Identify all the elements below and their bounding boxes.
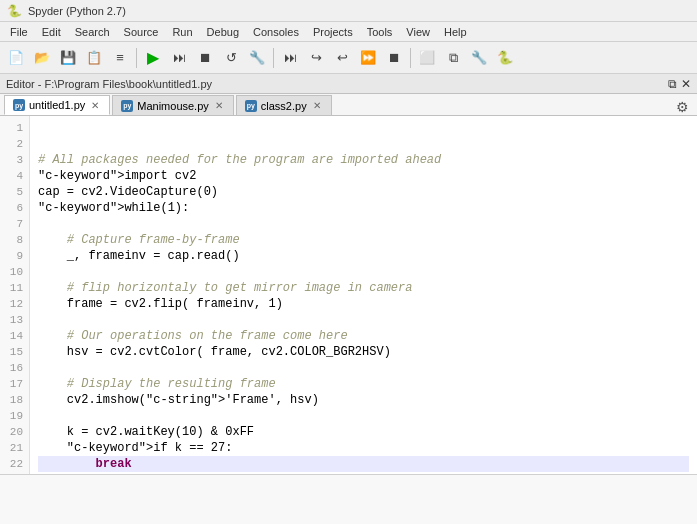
line-num-5: 5 <box>0 184 29 200</box>
editor-area[interactable]: 12345678910111213141516171819202122 # Al… <box>0 116 697 474</box>
tab-icon-class2: py <box>245 100 257 112</box>
line-num-19: 19 <box>0 408 29 424</box>
tab-untitled1[interactable]: pyuntitled1.py✕ <box>4 95 110 115</box>
menu-item-edit[interactable]: Edit <box>36 23 67 41</box>
code-line-6: # Capture frame-by-frame <box>38 232 689 248</box>
save-file-button[interactable]: 💾 <box>56 46 80 70</box>
line-num-9: 9 <box>0 248 29 264</box>
step-into-button[interactable]: ↪ <box>304 46 328 70</box>
step-over-button[interactable]: ⏭ <box>278 46 302 70</box>
toolbar-separator-3 <box>410 48 411 68</box>
code-line-9: # flip horizontaly to get mirror image i… <box>38 280 689 296</box>
tab-icon-manimouse: py <box>121 100 133 112</box>
menu-item-search[interactable]: Search <box>69 23 116 41</box>
line-num-1: 1 <box>0 120 29 136</box>
open-file-button[interactable]: 📂 <box>30 46 54 70</box>
menu-item-view[interactable]: View <box>400 23 436 41</box>
tab-label-untitled1: untitled1.py <box>29 99 85 111</box>
run-selection-button[interactable]: ⏭ <box>167 46 191 70</box>
new-file-button[interactable]: 📄 <box>4 46 28 70</box>
line-num-3: 3 <box>0 152 29 168</box>
line-num-11: 11 <box>0 280 29 296</box>
tab-close-untitled1[interactable]: ✕ <box>89 99 101 111</box>
line-num-22: 22 <box>0 456 29 472</box>
line-num-13: 13 <box>0 312 29 328</box>
tabs-settings-button[interactable]: ⚙ <box>672 99 693 115</box>
restart-button[interactable]: ↺ <box>219 46 243 70</box>
code-line-19: "c-keyword">if k == 27: <box>38 440 689 456</box>
line-numbers: 12345678910111213141516171819202122 <box>0 116 30 474</box>
toolbar-separator-1 <box>136 48 137 68</box>
menu-item-source[interactable]: Source <box>118 23 165 41</box>
menu-item-run[interactable]: Run <box>166 23 198 41</box>
tab-close-class2[interactable]: ✕ <box>311 100 323 112</box>
code-line-11 <box>38 312 689 328</box>
line-num-14: 14 <box>0 328 29 344</box>
debug-stop-button[interactable]: ⏹ <box>193 46 217 70</box>
code-line-18: k = cv2.waitKey(10) & 0xFF <box>38 424 689 440</box>
maximize-button[interactable]: ⬜ <box>415 46 439 70</box>
float-icon[interactable]: ⧉ <box>668 77 677 91</box>
line-num-12: 12 <box>0 296 29 312</box>
menu-item-tools[interactable]: Tools <box>361 23 399 41</box>
code-line-1: # All packages needed for the program ar… <box>38 152 689 168</box>
line-num-6: 6 <box>0 200 29 216</box>
run-button[interactable]: ▶ <box>141 46 165 70</box>
app-title: Spyder (Python 2.7) <box>28 5 126 17</box>
app-icon: 🐍 <box>6 3 22 19</box>
editor-header: Editor - F:\Program Files\book\untitled1… <box>0 74 697 94</box>
code-line-5 <box>38 216 689 232</box>
code-line-15: # Display the resulting frame <box>38 376 689 392</box>
editor-header-controls: ⧉ ✕ <box>668 77 691 91</box>
line-num-2: 2 <box>0 136 29 152</box>
code-line-20: break <box>38 456 689 472</box>
stop-debug-button[interactable]: ⏹ <box>382 46 406 70</box>
bottom-panel <box>0 474 697 524</box>
tools-button[interactable]: 🔧 <box>245 46 269 70</box>
code-line-4: "c-keyword">while(1): <box>38 200 689 216</box>
tab-label-manimouse: Manimouse.py <box>137 100 209 112</box>
line-num-15: 15 <box>0 344 29 360</box>
undock-button[interactable]: ⧉ <box>441 46 465 70</box>
spyder-button[interactable]: 🐍 <box>493 46 517 70</box>
save-all-button[interactable]: 📋 <box>82 46 106 70</box>
title-bar: 🐍 Spyder (Python 2.7) <box>0 0 697 22</box>
step-out-button[interactable]: ↩ <box>330 46 354 70</box>
menu-item-help[interactable]: Help <box>438 23 473 41</box>
code-line-12: # Our operations on the frame come here <box>38 328 689 344</box>
code-line-3: cap = cv2.VideoCapture(0) <box>38 184 689 200</box>
code-line-13: hsv = cv2.cvtColor( frame, cv2.COLOR_BGR… <box>38 344 689 360</box>
tab-manimouse[interactable]: pyManimouse.py✕ <box>112 95 234 115</box>
continue-button[interactable]: ⏩ <box>356 46 380 70</box>
menu-item-consoles[interactable]: Consoles <box>247 23 305 41</box>
code-line-7: _, frameinv = cap.read() <box>38 248 689 264</box>
tab-class2[interactable]: pyclass2.py✕ <box>236 95 332 115</box>
code-line-14 <box>38 360 689 376</box>
toolbar-separator-2 <box>273 48 274 68</box>
line-num-20: 20 <box>0 424 29 440</box>
code-line-17 <box>38 408 689 424</box>
code-line-8 <box>38 264 689 280</box>
editor-header-left: Editor - F:\Program Files\book\untitled1… <box>6 78 212 90</box>
tabs-bar: pyuntitled1.py✕pyManimouse.py✕pyclass2.p… <box>0 94 697 116</box>
menu-item-projects[interactable]: Projects <box>307 23 359 41</box>
settings-button[interactable]: 🔧 <box>467 46 491 70</box>
line-num-16: 16 <box>0 360 29 376</box>
editor-label: Editor - F:\Program Files\book\untitled1… <box>6 78 212 90</box>
menu-bar: FileEditSearchSourceRunDebugConsolesProj… <box>0 22 697 42</box>
line-num-17: 17 <box>0 376 29 392</box>
line-num-4: 4 <box>0 168 29 184</box>
tab-label-class2: class2.py <box>261 100 307 112</box>
menu-item-file[interactable]: File <box>4 23 34 41</box>
code-line-16: cv2.imshow("c-string">'Frame', hsv) <box>38 392 689 408</box>
tab-close-manimouse[interactable]: ✕ <box>213 100 225 112</box>
code-line-2: "c-keyword">import cv2 <box>38 168 689 184</box>
toolbar: 📄📂💾📋≡▶⏭⏹↺🔧⏭↪↩⏩⏹⬜⧉🔧🐍 <box>0 42 697 74</box>
close-editor-icon[interactable]: ✕ <box>681 77 691 91</box>
code-content[interactable]: # All packages needed for the program ar… <box>30 116 697 474</box>
menu-item-debug[interactable]: Debug <box>201 23 245 41</box>
line-num-7: 7 <box>0 216 29 232</box>
main-content: Editor - F:\Program Files\book\untitled1… <box>0 74 697 524</box>
line-num-10: 10 <box>0 264 29 280</box>
options-btn-button[interactable]: ≡ <box>108 46 132 70</box>
